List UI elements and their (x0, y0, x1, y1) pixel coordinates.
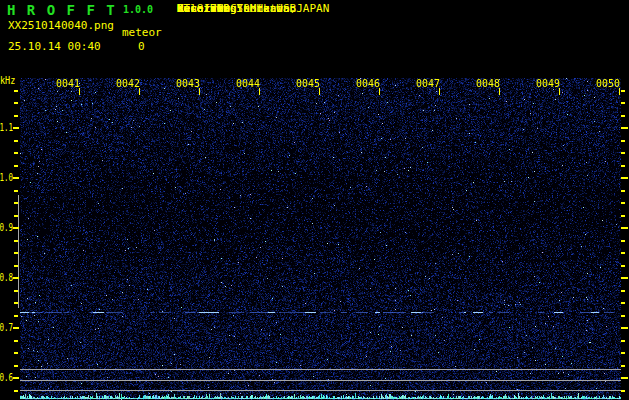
freq-axis-label: 0.6 (0, 372, 13, 383)
time-axis-tick (619, 88, 620, 95)
freq-axis-minor-tick-right (621, 190, 625, 192)
freq-axis-label: 1.0 (0, 172, 13, 183)
freq-axis-major-tick-right (621, 377, 628, 379)
time-axis-tick (199, 88, 200, 95)
time-axis-tick (79, 88, 80, 95)
freq-axis-minor-tick-right (621, 352, 625, 354)
freq-axis-major-tick-right (621, 277, 628, 279)
freq-axis-minor-tick-right (621, 152, 625, 154)
freq-axis-major-tick (13, 127, 19, 129)
freq-axis-minor-tick-right (621, 90, 625, 92)
time-axis-label: 0045 (296, 78, 320, 89)
freq-axis-minor-tick (14, 140, 18, 142)
freq-axis-minor-tick-right (621, 365, 625, 367)
time-axis-tick (499, 88, 500, 95)
time-axis-tick (319, 88, 320, 95)
freq-unit-label: kHz (0, 75, 15, 86)
freq-axis-label: 0.7 (0, 322, 13, 333)
freq-axis-minor-tick (14, 165, 18, 167)
freq-axis-minor-tick (14, 252, 18, 254)
time-axis-label: 0044 (236, 78, 260, 89)
freq-axis-minor-tick-right (621, 265, 625, 267)
hrofft-screen: H R O F F T 1.0.0 XX2510140040.png meteo… (0, 0, 629, 400)
freq-axis-minor-tick-right (621, 202, 625, 204)
time-axis-label: 0048 (476, 78, 500, 89)
freq-axis-minor-tick (14, 390, 18, 392)
freq-axis-minor-tick-right (621, 215, 625, 217)
freq-axis-minor-tick (14, 352, 18, 354)
freq-axis-minor-tick (14, 215, 18, 217)
time-axis-tick (379, 88, 380, 95)
freq-axis-major-tick-right (621, 327, 628, 329)
freq-axis-minor-tick (14, 302, 18, 304)
freq-axis-minor-tick-right (621, 390, 625, 392)
freq-axis-major-tick-right (621, 227, 628, 229)
freq-axis-major-tick (13, 277, 19, 279)
spectrogram-plot: kHz 004100420043004400450046004700480049… (0, 0, 629, 400)
time-axis-tick (439, 88, 440, 95)
freq-axis-minor-tick (14, 115, 18, 117)
time-axis-tick (259, 88, 260, 95)
freq-axis-minor-tick-right (621, 315, 625, 317)
freq-axis-major-tick (13, 177, 19, 179)
freq-axis-minor-tick-right (621, 302, 625, 304)
freq-axis-minor-tick-right (621, 140, 625, 142)
freq-axis-minor-tick (14, 190, 18, 192)
freq-axis-minor-tick-right (621, 240, 625, 242)
time-axis-label: 0041 (56, 78, 80, 89)
time-axis-tick (559, 88, 560, 95)
time-axis-label: 0046 (356, 78, 380, 89)
freq-axis-major-tick (13, 377, 19, 379)
freq-axis-label: 0.9 (0, 222, 13, 233)
time-axis-tick (139, 88, 140, 95)
freq-axis-minor-tick (14, 102, 18, 104)
edge-vertical-line (18, 195, 19, 308)
spectrogram-canvas (20, 78, 621, 400)
freq-axis-minor-tick (14, 315, 18, 317)
freq-axis-minor-tick-right (621, 252, 625, 254)
freq-axis-minor-tick (14, 90, 18, 92)
freq-axis-minor-tick-right (621, 102, 625, 104)
freq-axis-label: 0.8 (0, 272, 13, 283)
freq-axis-minor-tick (14, 290, 18, 292)
time-axis-label: 0043 (176, 78, 200, 89)
freq-axis-major-tick-right (621, 177, 628, 179)
freq-axis-minor-tick-right (621, 340, 625, 342)
freq-axis-minor-tick (14, 202, 18, 204)
freq-axis-minor-tick (14, 365, 18, 367)
freq-axis-minor-tick (14, 240, 18, 242)
freq-axis-minor-tick-right (621, 165, 625, 167)
freq-axis-minor-tick (14, 152, 18, 154)
time-axis-label: 0049 (536, 78, 560, 89)
time-axis-label: 0047 (416, 78, 440, 89)
freq-axis-major-tick-right (621, 127, 628, 129)
freq-axis-label: 1.1 (0, 122, 13, 133)
freq-axis-minor-tick-right (621, 115, 625, 117)
time-axis-label: 0050 (596, 78, 620, 89)
freq-axis-minor-tick (14, 340, 18, 342)
freq-axis-minor-tick (14, 265, 18, 267)
freq-axis-major-tick (13, 227, 19, 229)
freq-axis-major-tick (13, 327, 19, 329)
time-axis-label: 0042 (116, 78, 140, 89)
freq-axis-minor-tick-right (621, 290, 625, 292)
